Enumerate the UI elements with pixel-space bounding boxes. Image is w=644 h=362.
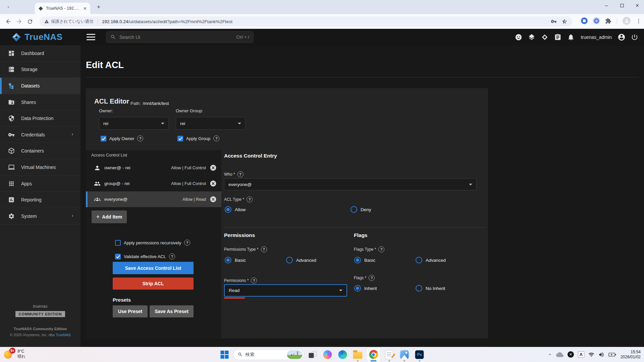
who-select[interactable]: everyone@ xyxy=(224,178,477,190)
apply-owner-checkbox[interactable]: Apply Owner ? xyxy=(101,135,143,141)
browser-tab[interactable]: TrueNAS - 192.168.0.24 ✕ xyxy=(35,3,90,14)
address-bar[interactable]: 保護されていない通信 192.168.0.24/ui/datasets/acl/… xyxy=(40,16,572,26)
photos-button[interactable] xyxy=(398,348,411,362)
search-highlight-image[interactable] xyxy=(287,350,303,359)
remove-entry-icon[interactable] xyxy=(210,180,217,187)
radio-selected-icon[interactable] xyxy=(354,257,361,263)
tab-close-icon[interactable]: ✕ xyxy=(83,6,87,11)
menu-hamburger-icon[interactable] xyxy=(87,34,95,40)
security-chip[interactable]: 保護されていない通信 xyxy=(44,19,94,24)
chrome-button-active[interactable] xyxy=(366,347,381,362)
sidebar-item-system[interactable]: System xyxy=(0,208,80,225)
acl-row-owner[interactable]: owner@ - rei Allow | Full Control xyxy=(86,160,221,176)
user-avatar-icon[interactable] xyxy=(618,33,626,41)
help-icon[interactable]: ? xyxy=(251,278,257,284)
apply-recursively-checkbox[interactable]: Apply permissions recursively ? xyxy=(115,240,190,246)
checkbox-checked-icon[interactable] xyxy=(115,254,121,259)
tab-search-icon[interactable] xyxy=(5,3,12,11)
help-icon[interactable]: ? xyxy=(184,240,190,246)
radio-selected-icon[interactable] xyxy=(225,257,231,263)
notifications-bell-icon[interactable] xyxy=(567,33,575,41)
flags-type-basic-radio[interactable]: Basic xyxy=(354,257,375,263)
volume-icon[interactable] xyxy=(598,352,604,358)
browser-profile-avatar[interactable] xyxy=(623,17,631,25)
checkbox-checked-icon[interactable] xyxy=(101,136,106,141)
apply-group-checkbox[interactable]: Apply Group ? xyxy=(177,135,219,141)
window-close-icon[interactable]: ✕ xyxy=(634,2,641,9)
remove-entry-icon[interactable] xyxy=(210,164,217,171)
owner-group-select[interactable]: rei xyxy=(176,117,246,130)
password-key-icon[interactable] xyxy=(551,18,557,24)
sidebar-item-data-protection[interactable]: Data Protection xyxy=(0,110,80,127)
forward-icon[interactable] xyxy=(15,18,23,25)
tray-x-circle-icon[interactable]: ✕ xyxy=(568,351,574,358)
radio-unselected-icon[interactable] xyxy=(416,285,422,292)
notepad-button[interactable] xyxy=(383,348,396,362)
file-explorer-button[interactable] xyxy=(351,348,365,362)
start-button[interactable] xyxy=(218,348,231,362)
truenas-status-icon[interactable] xyxy=(541,33,549,41)
help-icon[interactable]: ? xyxy=(378,246,384,252)
feedback-smiley-icon[interactable] xyxy=(515,33,523,41)
task-view-button[interactable] xyxy=(306,348,319,362)
battery-charging-icon[interactable] xyxy=(608,352,616,357)
edge-button[interactable] xyxy=(336,348,350,362)
add-item-button[interactable]: + Add Item xyxy=(92,210,127,223)
window-minimize-icon[interactable]: ─ xyxy=(603,2,610,9)
acl-row-everyone[interactable]: everyone@ Allow | Read xyxy=(86,191,221,207)
help-icon[interactable]: ? xyxy=(137,135,143,141)
radio-selected-icon[interactable] xyxy=(225,206,231,213)
tray-lambda-app-icon[interactable]: Λ xyxy=(578,351,584,358)
jobs-clipboard-icon[interactable] xyxy=(554,33,562,41)
use-preset-button[interactable]: Use Preset xyxy=(113,305,148,317)
sidebar-item-apps[interactable]: Apps xyxy=(0,176,80,192)
bookmark-star-icon[interactable] xyxy=(561,18,568,24)
strip-acl-button[interactable]: Strip ACL xyxy=(113,278,194,290)
save-as-preset-button[interactable]: Save As Preset xyxy=(150,305,194,317)
radio-unselected-icon[interactable] xyxy=(351,206,357,213)
acl-row-group[interactable]: group@ - rei Allow | Full Control xyxy=(86,176,221,191)
help-icon[interactable]: ? xyxy=(261,246,267,252)
sidebar-item-credentials[interactable]: Credentials xyxy=(0,127,80,143)
flags-type-advanced-radio[interactable]: Advanced xyxy=(416,257,446,263)
sidebar-item-virtual-machines[interactable]: Virtual Machines xyxy=(0,159,80,176)
search-input[interactable] xyxy=(119,34,233,40)
acl-type-deny-radio[interactable]: Deny xyxy=(351,206,371,213)
help-icon[interactable]: ? xyxy=(169,253,175,259)
search-ui-box[interactable]: Ctrl + / xyxy=(106,31,254,43)
permissions-select[interactable]: Read xyxy=(224,284,347,297)
help-icon[interactable]: ? xyxy=(369,275,375,281)
truenas-logo[interactable]: TrueNAS xyxy=(11,29,62,45)
save-acl-button[interactable]: Save Access Control List xyxy=(113,262,194,274)
checkbox-checked-icon[interactable] xyxy=(177,136,183,141)
remove-entry-icon[interactable] xyxy=(210,196,217,203)
acl-type-allow-radio[interactable]: Allow xyxy=(225,206,246,213)
radio-unselected-icon[interactable] xyxy=(286,257,293,263)
permissions-type-basic-radio[interactable]: Basic xyxy=(225,257,246,263)
wifi-icon[interactable] xyxy=(588,352,594,358)
onedrive-cloud-icon[interactable] xyxy=(556,351,564,358)
sidebar-item-dashboard[interactable]: Dashboard xyxy=(0,45,80,62)
sidebar-item-datasets[interactable]: Datasets xyxy=(0,78,80,94)
power-icon[interactable] xyxy=(631,33,639,41)
reload-icon[interactable] xyxy=(26,18,34,25)
window-maximize-icon[interactable] xyxy=(619,2,625,9)
flags-inherit-radio[interactable]: Inherit xyxy=(354,285,377,292)
radio-unselected-icon[interactable] xyxy=(416,257,422,263)
sidebar-item-storage[interactable]: Storage xyxy=(0,62,80,78)
sidebar-item-containers[interactable]: Containers xyxy=(0,143,80,160)
help-icon[interactable]: ? xyxy=(213,135,219,141)
help-icon[interactable]: ? xyxy=(247,196,253,202)
sidebar-item-reporting[interactable]: Reporting xyxy=(0,192,80,208)
ix-layers-icon[interactable] xyxy=(528,33,536,41)
photoshop-button[interactable]: Ps xyxy=(413,348,426,362)
taskbar-search-box[interactable]: 検索 xyxy=(233,349,304,360)
extensions-puzzle-icon[interactable] xyxy=(605,18,611,24)
tray-chevron-up-icon[interactable] xyxy=(548,352,552,357)
permissions-type-advanced-radio[interactable]: Advanced xyxy=(286,257,316,263)
checkbox-unchecked-icon[interactable] xyxy=(115,240,121,246)
new-tab-button[interactable]: + xyxy=(95,3,102,11)
extension-icon-search[interactable] xyxy=(593,17,600,24)
validate-acl-checkbox[interactable]: Validate effective ACL ? xyxy=(115,253,175,259)
extension-icon-blue[interactable] xyxy=(581,17,588,24)
